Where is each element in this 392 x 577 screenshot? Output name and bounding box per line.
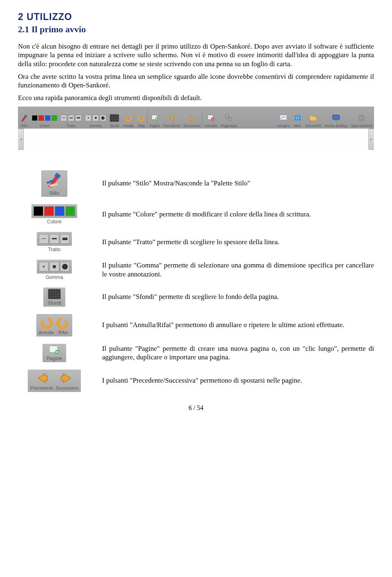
prec-succ-description: I pulsanti "Precedente/Successiva" perme… (102, 370, 374, 392)
toolbar-opensankore-label: Open-Sankoré (351, 124, 372, 128)
toolbar-tratto[interactable]: Tratto (59, 107, 83, 129)
toolbar-gomma[interactable]: Gomma (83, 107, 108, 129)
stroke-med-swatch (49, 234, 59, 244)
pagine-description: Il pulsante "Pagine" permette di creare … (102, 344, 374, 362)
toolbar-documenti-label: Documenti (305, 124, 321, 128)
svg-rect-7 (280, 115, 287, 120)
sfondi-description: Il pulsante "Sfondi" permette di sceglie… (102, 287, 374, 307)
toolbar-rifai[interactable]: Rifai (135, 107, 147, 129)
tratto-button[interactable]: Tratto (37, 232, 72, 252)
sfondi-button[interactable]: Sfondi (43, 287, 65, 307)
toolbar-pagine[interactable]: Pagine (148, 107, 162, 129)
stilo-label: Stilo (49, 190, 59, 196)
stroke-thin-swatch (39, 234, 49, 244)
toolbar-raggruppa[interactable]: Raggruppa (219, 107, 239, 129)
color-red-icon (38, 115, 44, 121)
delete-icon (206, 114, 215, 123)
heading-primo-avvio: 2.1 Il primo avvio (18, 24, 374, 35)
toolbar-sfondi-label: Sfondi (109, 124, 119, 128)
stilo-button[interactable]: Stilo (41, 170, 67, 197)
toolbar: Stilo Colore Tratto Gomma Sfondi An (18, 107, 374, 129)
toolbar-cancella[interactable]: Cancella (203, 107, 219, 129)
svg-point-12 (361, 117, 363, 119)
page-number: 6 / 54 (18, 404, 374, 412)
web-icon (293, 114, 302, 123)
toolbar-lavagna-label: Lavagna (277, 124, 290, 128)
sfondi-label: Sfondi (47, 300, 61, 306)
eraser-small-icon (85, 115, 91, 121)
canvas-preview: ◂ ▸ (18, 129, 374, 151)
pages-large-icon (49, 345, 60, 355)
svg-rect-9 (332, 115, 339, 119)
gomma-description: Il pulsante "Gomma" permette di selezion… (102, 260, 374, 280)
toolbar-successivo[interactable]: Successivo (182, 107, 202, 129)
eraser-large-icon (100, 115, 106, 121)
rifai-label: Rifai (58, 330, 67, 335)
group-icon (224, 114, 233, 123)
stroke-thick-icon (75, 115, 82, 121)
color-green-icon (51, 115, 57, 121)
color-black-icon (32, 115, 38, 121)
left-panel-handle[interactable]: ◂ (18, 129, 24, 150)
undo-redo-buttons[interactable]: Annulla Rifai (36, 314, 73, 336)
toolbar-stilo-label: Stilo (21, 124, 27, 128)
next-large-icon (60, 371, 74, 385)
intro-paragraph-2: Ora che avete scritto la vostra prima li… (18, 72, 374, 90)
toolbar-opensankore[interactable]: Open-Sankoré (349, 107, 374, 129)
toolbar-colore[interactable]: Colore (30, 107, 59, 129)
desktop-icon (332, 114, 341, 123)
prev-large-icon (35, 371, 49, 385)
pagine-button[interactable]: Pagine (42, 344, 66, 362)
eraser-large-swatch (60, 262, 70, 272)
stilo-large-icon (45, 172, 63, 189)
stroke-med-icon (68, 115, 74, 121)
color-red-swatch (44, 206, 54, 216)
toolbar-pagine-label: Pagine (149, 124, 160, 128)
stilo-description: Il pulsante "Stilo" Mostra/Nasconde la "… (102, 170, 374, 197)
gomma-button[interactable]: Gomma (37, 260, 72, 280)
toolbar-web[interactable]: Web (292, 107, 304, 129)
eraser-med-swatch (49, 262, 59, 272)
toolbar-colore-label: Colore (40, 124, 49, 128)
prev-next-buttons[interactable]: Precedente Successivo (28, 370, 81, 392)
toolbar-sfondi[interactable]: Sfondi (108, 107, 121, 129)
precedente-label: Precedente (30, 385, 53, 390)
color-blue-swatch (55, 206, 65, 216)
toolbar-cancella-label: Cancella (204, 124, 217, 128)
intro-paragraph-3: Ecco una rapida panoramica degli strumen… (18, 94, 374, 102)
color-blue-icon (45, 115, 51, 121)
toolbar-tratto-label: Tratto (67, 124, 75, 128)
undo-large-icon (39, 316, 53, 330)
toolbar-rifai-label: Rifai (138, 124, 145, 128)
successivo-label: Successivo (56, 385, 78, 390)
toolbar-precedente[interactable]: Precedente (162, 107, 182, 129)
toolbar-stilo[interactable]: Stilo (18, 107, 30, 129)
gomma-label: Gomma (46, 274, 63, 280)
pagine-label: Pagine (47, 356, 62, 361)
stroke-thick-swatch (60, 234, 70, 244)
toolbar-documenti[interactable]: Documenti (304, 107, 323, 129)
toolbar-successivo-label: Successivo (184, 124, 200, 128)
eraser-med-icon (92, 115, 99, 121)
heading-utilizzo: 2 UTILIZZO (18, 11, 374, 22)
colore-description: Il pulsante "Colore" permette di modific… (102, 204, 374, 225)
toolbar-raggruppa-label: Raggruppa (220, 124, 237, 128)
stroke-thin-icon (60, 115, 67, 121)
toolbar-gomma-label: Gomma (89, 124, 101, 128)
colore-label: Colore (47, 219, 61, 225)
color-green-swatch (65, 206, 75, 216)
backgrounds-icon (109, 114, 119, 122)
redo-icon (137, 114, 146, 123)
tratto-label: Tratto (48, 247, 61, 252)
toolbar-lavagna[interactable]: Lavagna (275, 107, 291, 129)
next-icon (187, 114, 196, 123)
board-icon (279, 114, 288, 123)
colore-button[interactable]: Colore (31, 204, 77, 225)
color-black-swatch (33, 206, 43, 216)
toolbar-mostra-desktop[interactable]: Mostra desktop (323, 107, 349, 129)
prev-icon (167, 114, 176, 123)
right-panel-handle[interactable]: ▸ (368, 129, 374, 150)
annulla-label: Annulla (39, 330, 54, 335)
documents-icon (309, 114, 318, 123)
toolbar-annulla[interactable]: Annulla (121, 107, 135, 129)
